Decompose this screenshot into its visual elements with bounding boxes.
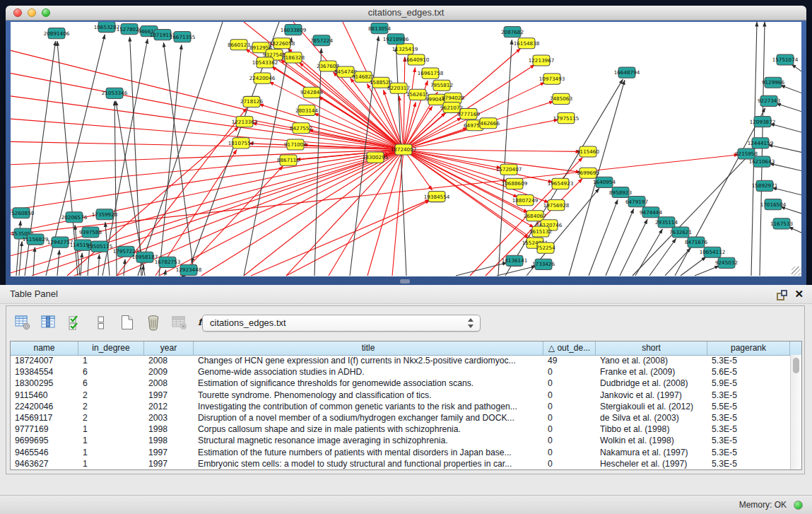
network-canvas[interactable]: 1872400718300295193845548660123891295418… [11,22,801,276]
citation-edge-black[interactable] [498,40,512,276]
table-selector[interactable]: citations_edges.txt [202,315,481,332]
graph-node[interactable]: 15892971 [752,180,778,191]
float-panel-button[interactable] [777,290,787,299]
graph-node[interactable]: 19218986 [383,34,409,45]
graph-node[interactable]: 17975115 [553,113,579,124]
graph-node[interactable]: 7462666 [477,118,500,129]
graph-node[interactable]: 12444159 [748,138,774,148]
graph-node[interactable]: 8186328 [282,52,305,63]
graph-node[interactable]: 8215958 [735,148,758,159]
select-all-button[interactable] [66,313,84,332]
table-mode-button[interactable] [13,313,32,332]
table-row[interactable]: 946362711997Embryonic stem cells: a mode… [11,458,790,469]
graph-node[interactable]: 8867110 [277,155,300,165]
graph-node[interactable]: 7485063 [550,93,572,104]
citation-edge-black[interactable] [665,248,690,276]
graph-node[interactable]: 9242844 [300,87,323,98]
graph-node[interactable]: 20891406 [44,28,70,39]
graph-node[interactable]: 2803144 [295,105,318,115]
citation-edge-black[interactable] [124,259,125,276]
citation-edge-red[interactable] [251,199,430,276]
graph-node[interactable]: 15751074 [772,54,799,65]
citation-edge-red[interactable] [286,200,430,276]
graph-node[interactable]: 8813054 [368,23,391,34]
graph-node[interactable]: 2935114 [655,217,678,228]
citation-graph[interactable]: 1872400718300295193845548660123891295418… [11,22,801,276]
citation-edge-red[interactable] [252,123,404,149]
graph-node[interactable]: 22420046 [249,73,276,83]
graph-node[interactable]: 10688609 [502,178,528,189]
column-header[interactable]: pagerank [707,341,790,355]
citation-edge-red[interactable] [11,119,404,149]
vertical-scrollbar[interactable] [790,355,801,469]
graph-node[interactable]: 6479197 [625,197,648,207]
graph-node[interactable]: 21053346 [102,88,128,98]
row-selection-button[interactable] [92,313,110,332]
show-columns-button[interactable] [40,313,58,332]
graph-node[interactable]: 19756928 [543,200,570,211]
citation-edge-red[interactable] [404,67,415,149]
graph-node[interactable]: 1167533 [770,218,793,229]
citation-edge-red[interactable] [11,141,404,149]
citation-edge-red[interactable] [404,150,580,152]
graph-node[interactable]: 9245032 [715,257,738,268]
delete-column-button[interactable] [144,313,163,332]
citation-edge-black[interactable] [780,207,801,214]
table-row[interactable]: 1872400712008Changes of HCN gene express… [11,355,790,366]
minimize-window-button[interactable] [28,8,36,17]
table-row[interactable]: 1456911722003Disruption of a novel membe… [11,412,790,424]
column-header[interactable]: name [11,341,78,355]
graph-node[interactable]: 11156829 [23,234,49,245]
graph-node[interactable]: 10654112 [700,247,726,257]
citation-edge-black[interactable] [792,64,801,72]
graph-node[interactable]: 18226058 [269,38,295,49]
graph-node[interactable]: 1615132 [529,226,552,237]
graph-node[interactable]: 17359928 [92,209,118,220]
graph-node[interactable]: 16961758 [418,68,444,78]
citation-edge-black[interactable] [33,247,35,276]
graph-node[interactable]: 10543362 [252,57,278,68]
graph-node[interactable]: 16671355 [170,32,196,42]
splitter-handle[interactable] [400,279,410,284]
scrollbar-thumb[interactable] [793,358,799,373]
resize-grip[interactable] [792,267,801,276]
citation-edge-black[interactable] [142,265,143,276]
graph-node[interactable]: 9129966 [762,77,784,88]
graph-node[interactable]: 12213363 [232,117,258,127]
graph-node[interactable]: 9171004 [284,139,307,150]
graph-node[interactable]: 8660123 [228,40,250,50]
graph-node[interactable]: 25260850 [11,208,35,218]
graph-node[interactable]: 16648794 [614,67,640,78]
graph-node[interactable]: 18807249 [512,195,539,206]
graph-node[interactable]: 1733426 [532,259,555,269]
citation-edge-red[interactable] [180,166,283,276]
window-titlebar[interactable]: citations_edges.txt [6,6,806,21]
graph-node[interactable]: 2087682 [501,27,524,37]
graph-node[interactable]: 8958923 [609,187,632,197]
graph-node[interactable]: 9474444 [640,207,662,218]
zoom-window-button[interactable] [42,8,50,17]
citation-edge-black[interactable] [57,250,59,276]
graph-node[interactable]: 14136141 [502,255,528,266]
citation-edge-black[interactable] [163,42,194,276]
graph-node[interactable]: 16640910 [404,54,430,65]
table-row[interactable]: 911546021997Tourette syndrome. Phenomeno… [11,390,790,401]
citation-edge-black[interactable] [130,37,141,276]
table-row[interactable]: 946554611997Estimation of the future num… [11,447,790,458]
graph-node[interactable]: 15720407 [496,164,522,175]
graph-node[interactable]: 7955812 [430,80,453,90]
column-header[interactable]: title [194,341,543,355]
delete-table-button[interactable] [170,313,189,332]
citation-edge-black[interactable] [606,209,634,276]
citation-edge-black[interactable] [780,86,801,93]
graph-node[interactable]: 7632621 [669,227,692,238]
citation-edge-red[interactable] [244,150,404,276]
citation-edge-black[interactable] [620,219,647,276]
graph-node[interactable]: 7857224 [310,35,333,46]
citation-edge-red[interactable] [11,96,404,150]
citation-edge-black[interactable] [456,263,507,276]
citation-edge-black[interactable] [19,242,22,276]
citation-edge-black[interactable] [695,266,719,276]
graph-node[interactable]: 9115460 [577,146,599,157]
graph-node[interactable]: 9777169 [457,109,480,119]
